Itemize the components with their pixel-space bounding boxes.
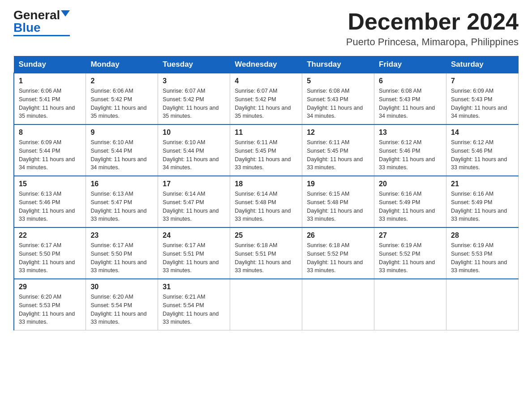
day-number: 15: [19, 180, 81, 188]
day-info: Sunrise: 6:09 AMSunset: 5:44 PMDaylight:…: [19, 138, 81, 172]
day-number: 22: [19, 231, 81, 240]
day-info: Sunrise: 6:11 AMSunset: 5:45 PMDaylight:…: [307, 138, 369, 172]
day-number: 14: [451, 128, 514, 137]
day-number: 28: [451, 231, 514, 240]
logo-underline: [13, 35, 70, 36]
day-info: Sunrise: 6:21 AMSunset: 5:54 PMDaylight:…: [163, 293, 225, 326]
day-info: Sunrise: 6:08 AMSunset: 5:43 PMDaylight:…: [379, 87, 442, 120]
week-row-2: 8Sunrise: 6:09 AMSunset: 5:44 PMDaylight…: [14, 124, 519, 176]
calendar-cell: 26Sunrise: 6:18 AMSunset: 5:52 PMDayligh…: [302, 227, 374, 279]
header-saturday: Saturday: [446, 56, 519, 73]
day-info: Sunrise: 6:16 AMSunset: 5:49 PMDaylight:…: [451, 190, 514, 223]
calendar-cell: 8Sunrise: 6:09 AMSunset: 5:44 PMDaylight…: [14, 124, 86, 176]
day-number: 29: [19, 283, 81, 291]
day-number: 23: [90, 231, 153, 240]
header-sunday: Sunday: [14, 56, 86, 73]
calendar-cell: 21Sunrise: 6:16 AMSunset: 5:49 PMDayligh…: [446, 176, 519, 227]
calendar-cell: 1Sunrise: 6:06 AMSunset: 5:41 PMDaylight…: [14, 73, 86, 124]
day-info: Sunrise: 6:14 AMSunset: 5:47 PMDaylight:…: [163, 190, 225, 223]
location-title: Puerto Princesa, Mimaropa, Philippines: [346, 36, 519, 48]
calendar-cell: 31Sunrise: 6:21 AMSunset: 5:54 PMDayligh…: [158, 279, 230, 330]
calendar-cell: 9Sunrise: 6:10 AMSunset: 5:44 PMDaylight…: [86, 124, 158, 176]
day-number: 21: [451, 180, 514, 188]
day-number: 11: [235, 128, 297, 137]
calendar-cell: 13Sunrise: 6:12 AMSunset: 5:46 PMDayligh…: [374, 124, 446, 176]
day-info: Sunrise: 6:18 AMSunset: 5:52 PMDaylight:…: [307, 241, 369, 275]
day-info: Sunrise: 6:16 AMSunset: 5:49 PMDaylight:…: [379, 190, 442, 223]
week-row-1: 1Sunrise: 6:06 AMSunset: 5:41 PMDaylight…: [14, 73, 519, 124]
calendar-cell: 20Sunrise: 6:16 AMSunset: 5:49 PMDayligh…: [374, 176, 446, 227]
day-info: Sunrise: 6:20 AMSunset: 5:53 PMDaylight:…: [19, 293, 81, 326]
day-number: 8: [19, 128, 81, 137]
calendar-cell: [302, 279, 374, 330]
calendar-cell: 28Sunrise: 6:19 AMSunset: 5:53 PMDayligh…: [446, 227, 519, 279]
day-number: 3: [163, 77, 225, 85]
day-info: Sunrise: 6:06 AMSunset: 5:41 PMDaylight:…: [19, 87, 81, 120]
day-info: Sunrise: 6:07 AMSunset: 5:42 PMDaylight:…: [235, 87, 297, 120]
week-row-4: 22Sunrise: 6:17 AMSunset: 5:50 PMDayligh…: [14, 227, 519, 279]
header-friday: Friday: [374, 56, 446, 73]
day-info: Sunrise: 6:19 AMSunset: 5:52 PMDaylight:…: [379, 241, 442, 275]
calendar-cell: [230, 279, 302, 330]
calendar-cell: 7Sunrise: 6:09 AMSunset: 5:43 PMDaylight…: [446, 73, 519, 124]
day-number: 7: [451, 77, 514, 85]
day-info: Sunrise: 6:19 AMSunset: 5:53 PMDaylight:…: [451, 241, 514, 275]
calendar-header-row: SundayMondayTuesdayWednesdayThursdayFrid…: [14, 56, 519, 73]
day-number: 26: [307, 231, 369, 240]
calendar-cell: 23Sunrise: 6:17 AMSunset: 5:50 PMDayligh…: [86, 227, 158, 279]
calendar-cell: [374, 279, 446, 330]
header-thursday: Thursday: [302, 56, 374, 73]
day-number: 12: [307, 128, 369, 137]
calendar-cell: 11Sunrise: 6:11 AMSunset: 5:45 PMDayligh…: [230, 124, 302, 176]
calendar-cell: 6Sunrise: 6:08 AMSunset: 5:43 PMDaylight…: [374, 73, 446, 124]
logo-triangle-icon: [61, 10, 70, 17]
calendar-cell: 27Sunrise: 6:19 AMSunset: 5:52 PMDayligh…: [374, 227, 446, 279]
day-info: Sunrise: 6:13 AMSunset: 5:47 PMDaylight:…: [90, 190, 153, 223]
day-number: 10: [163, 128, 225, 137]
day-info: Sunrise: 6:08 AMSunset: 5:43 PMDaylight:…: [307, 87, 369, 120]
day-number: 2: [90, 77, 153, 85]
day-number: 1: [19, 77, 81, 85]
day-info: Sunrise: 6:14 AMSunset: 5:48 PMDaylight:…: [235, 190, 297, 223]
day-info: Sunrise: 6:12 AMSunset: 5:46 PMDaylight:…: [451, 138, 514, 172]
day-number: 30: [90, 283, 153, 291]
day-number: 5: [307, 77, 369, 85]
day-number: 17: [163, 180, 225, 188]
logo: General Blue: [13, 9, 70, 36]
day-number: 4: [235, 77, 297, 85]
header-wednesday: Wednesday: [230, 56, 302, 73]
header-tuesday: Tuesday: [158, 56, 230, 73]
day-info: Sunrise: 6:13 AMSunset: 5:46 PMDaylight:…: [19, 190, 81, 223]
day-info: Sunrise: 6:12 AMSunset: 5:46 PMDaylight:…: [379, 138, 442, 172]
logo-blue-text: Blue: [13, 21, 41, 34]
day-info: Sunrise: 6:17 AMSunset: 5:50 PMDaylight:…: [90, 241, 153, 275]
day-number: 27: [379, 231, 442, 240]
day-info: Sunrise: 6:20 AMSunset: 5:54 PMDaylight:…: [90, 293, 153, 326]
day-number: 24: [163, 231, 225, 240]
day-info: Sunrise: 6:18 AMSunset: 5:51 PMDaylight:…: [235, 241, 297, 275]
day-number: 13: [379, 128, 442, 137]
page-header: General Blue December 2024 Puerto Prince…: [13, 9, 519, 48]
day-info: Sunrise: 6:06 AMSunset: 5:42 PMDaylight:…: [90, 87, 153, 120]
day-info: Sunrise: 6:07 AMSunset: 5:42 PMDaylight:…: [163, 87, 225, 120]
month-title: December 2024: [346, 9, 519, 34]
calendar-table: SundayMondayTuesdayWednesdayThursdayFrid…: [13, 56, 519, 330]
day-number: 16: [90, 180, 153, 188]
calendar-cell: 4Sunrise: 6:07 AMSunset: 5:42 PMDaylight…: [230, 73, 302, 124]
calendar-cell: [446, 279, 519, 330]
day-number: 31: [163, 283, 225, 291]
day-info: Sunrise: 6:17 AMSunset: 5:50 PMDaylight:…: [19, 241, 81, 275]
calendar-cell: 15Sunrise: 6:13 AMSunset: 5:46 PMDayligh…: [14, 176, 86, 227]
calendar-cell: 16Sunrise: 6:13 AMSunset: 5:47 PMDayligh…: [86, 176, 158, 227]
day-info: Sunrise: 6:11 AMSunset: 5:45 PMDaylight:…: [235, 138, 297, 172]
calendar-cell: 25Sunrise: 6:18 AMSunset: 5:51 PMDayligh…: [230, 227, 302, 279]
calendar-cell: 18Sunrise: 6:14 AMSunset: 5:48 PMDayligh…: [230, 176, 302, 227]
calendar-cell: 30Sunrise: 6:20 AMSunset: 5:54 PMDayligh…: [86, 279, 158, 330]
calendar-cell: 22Sunrise: 6:17 AMSunset: 5:50 PMDayligh…: [14, 227, 86, 279]
day-number: 6: [379, 77, 442, 85]
day-number: 18: [235, 180, 297, 188]
day-info: Sunrise: 6:17 AMSunset: 5:51 PMDaylight:…: [163, 241, 225, 275]
week-row-5: 29Sunrise: 6:20 AMSunset: 5:53 PMDayligh…: [14, 279, 519, 330]
calendar-cell: 2Sunrise: 6:06 AMSunset: 5:42 PMDaylight…: [86, 73, 158, 124]
calendar-cell: 29Sunrise: 6:20 AMSunset: 5:53 PMDayligh…: [14, 279, 86, 330]
